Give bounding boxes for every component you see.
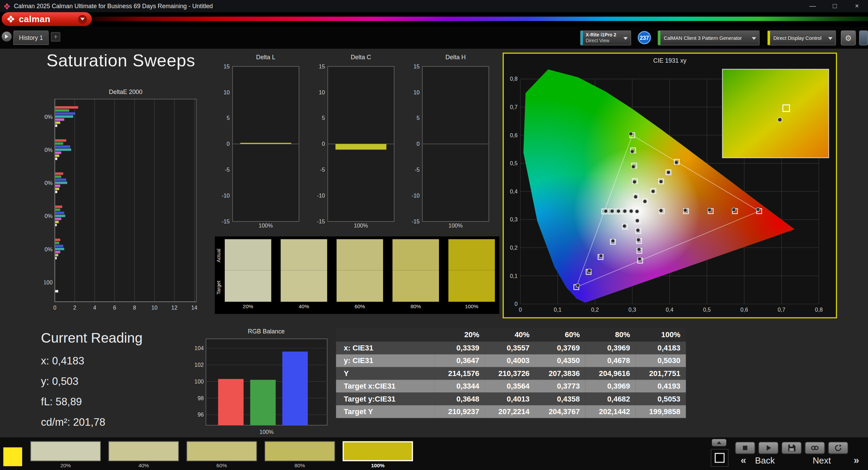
pattern-swatch-40%[interactable]: 40% xyxy=(109,441,179,469)
meter-count-badge: 237 xyxy=(638,31,651,44)
svg-text:15: 15 xyxy=(224,63,230,69)
svg-text:-15: -15 xyxy=(222,218,230,224)
current-reading-x: x: 0,4183 xyxy=(41,355,142,367)
swatch-label: 60% xyxy=(336,303,383,310)
current-reading: Current Reading x: 0,4183 y: 0,503 fL: 5… xyxy=(41,330,142,437)
next-button[interactable]: Next xyxy=(812,456,831,466)
pattern-generator-dropdown[interactable]: CalMAN Client 3 Pattern Generator xyxy=(658,30,759,45)
app-logo-icon xyxy=(3,2,11,10)
actual-target-swatch-strip: Actual Target 20%40%60%80%100% xyxy=(215,236,500,314)
display-control-dropdown[interactable]: Direct Display Control xyxy=(767,30,836,45)
table-cell: 210,3726 xyxy=(485,367,535,380)
window-title: Calman 2025 Calman Ultimate for Business… xyxy=(14,3,213,10)
actual-row-label: Actual xyxy=(216,240,223,271)
back-chevron-icon[interactable]: « xyxy=(741,455,746,466)
brand-name: calman xyxy=(19,14,50,24)
pattern-swatch-label: 80% xyxy=(265,462,335,468)
maximize-button[interactable]: □ xyxy=(824,0,846,12)
pattern-generator-accent xyxy=(658,31,661,45)
play-icon xyxy=(5,34,9,39)
table-cell: 0,4193 xyxy=(636,380,686,392)
calman-menu-button[interactable]: calman xyxy=(2,12,92,26)
column-header: 20% xyxy=(435,328,485,342)
table-cell: 0,5030 xyxy=(636,354,686,367)
row-label: Target y:CIE31 xyxy=(336,393,435,405)
link-button[interactable] xyxy=(805,442,825,454)
svg-text:8: 8 xyxy=(133,304,136,311)
svg-text:10: 10 xyxy=(152,304,158,311)
swatch-label: 80% xyxy=(393,303,439,310)
tab-history-1[interactable]: History 1 xyxy=(13,30,49,45)
edge-panel-button[interactable] xyxy=(859,30,868,45)
cie-1931-panel[interactable]: CIE 1931 xy000,10,10,20,20,30,30,40,40,5… xyxy=(503,52,837,318)
svg-text:14: 14 xyxy=(191,304,198,311)
column-header: 40% xyxy=(485,328,535,342)
svg-text:12: 12 xyxy=(171,304,177,311)
table-cell: 0,4678 xyxy=(585,354,636,367)
save-button[interactable] xyxy=(782,442,802,454)
pattern-swatch-20%[interactable]: 20% xyxy=(30,441,100,469)
table-cell: 0,4358 xyxy=(535,393,585,405)
pattern-window-button[interactable] xyxy=(711,449,728,467)
deltae2000-chart: DeltaE 2000100%80%60%40%20%1000246810121… xyxy=(44,88,210,313)
swatch-label: 40% xyxy=(281,303,327,310)
table-cell: 0,3564 xyxy=(485,380,535,392)
svg-text:Delta H: Delta H xyxy=(445,54,466,61)
table-cell: 0,5053 xyxy=(636,393,686,405)
pattern-swatch-100%[interactable]: 100% xyxy=(343,441,413,469)
minimize-button[interactable]: — xyxy=(802,0,824,12)
table-cell: 204,3767 xyxy=(535,405,585,418)
svg-text:0,5: 0,5 xyxy=(703,307,711,313)
actual-swatch xyxy=(393,239,439,270)
column-header: 80% xyxy=(585,328,636,342)
stop-button[interactable] xyxy=(735,442,755,454)
current-reading-cdm2: cd/m²: 201,78 xyxy=(41,416,142,428)
add-tab-button[interactable]: + xyxy=(51,32,61,42)
svg-text:15: 15 xyxy=(319,63,325,69)
svg-text:2: 2 xyxy=(73,304,76,311)
play-button[interactable] xyxy=(758,442,778,454)
spectrum-strip xyxy=(93,17,868,21)
actual-swatch xyxy=(225,239,271,270)
svg-text:5: 5 xyxy=(227,115,230,121)
table-cell: 0,3648 xyxy=(435,393,485,405)
table-cell: 0,3647 xyxy=(435,354,485,367)
pattern-swatch-color xyxy=(343,441,413,461)
table-cell: 0,3339 xyxy=(435,342,485,354)
current-pattern-patch xyxy=(3,448,22,466)
window-controls: — □ × xyxy=(802,0,868,12)
svg-text:CIE 1931 xy: CIE 1931 xy xyxy=(653,57,686,64)
row-label: Y xyxy=(336,367,435,380)
results-table: 20%40%60%80%100%x: CIE310,33390,35570,37… xyxy=(336,328,686,418)
svg-text:0,6: 0,6 xyxy=(510,132,518,138)
tab-scroll-button[interactable] xyxy=(2,32,12,42)
meter-dropdown[interactable]: X-Rite i1Pro 2 Direct View xyxy=(580,30,631,45)
refresh-button[interactable] xyxy=(828,442,848,454)
row-label: y: CIE31 xyxy=(336,354,435,367)
svg-text:0: 0 xyxy=(227,141,230,147)
back-button[interactable]: Back xyxy=(755,456,775,466)
next-chevron-icon[interactable]: » xyxy=(854,455,859,466)
svg-text:0,6: 0,6 xyxy=(740,307,748,313)
svg-text:15: 15 xyxy=(413,63,420,69)
table-cell: 201,7751 xyxy=(636,367,686,380)
actual-swatch xyxy=(281,239,327,270)
target-swatch xyxy=(225,270,271,302)
table-cell: 0,4350 xyxy=(535,354,585,367)
chevron-down-icon xyxy=(623,37,628,40)
chevron-up-icon xyxy=(717,441,721,444)
table-cell: 0,3769 xyxy=(535,342,585,354)
pattern-swatch-60%[interactable]: 60% xyxy=(187,441,257,469)
svg-text:100: 100 xyxy=(44,279,52,285)
pattern-window-icon xyxy=(715,453,725,463)
pattern-swatch-80%[interactable]: 80% xyxy=(265,441,335,469)
close-button[interactable]: × xyxy=(846,0,868,12)
chevron-up-button[interactable] xyxy=(712,439,726,446)
pattern-swatch-label: 100% xyxy=(343,462,413,468)
table-cell: 0,3969 xyxy=(585,380,636,392)
svg-text:0: 0 xyxy=(515,301,518,307)
settings-gear-button[interactable]: ⚙ xyxy=(841,30,856,45)
swatch-column-60%: 60% xyxy=(336,239,383,309)
row-label: Target Y xyxy=(336,405,435,418)
pattern-swatch-color xyxy=(109,441,179,461)
